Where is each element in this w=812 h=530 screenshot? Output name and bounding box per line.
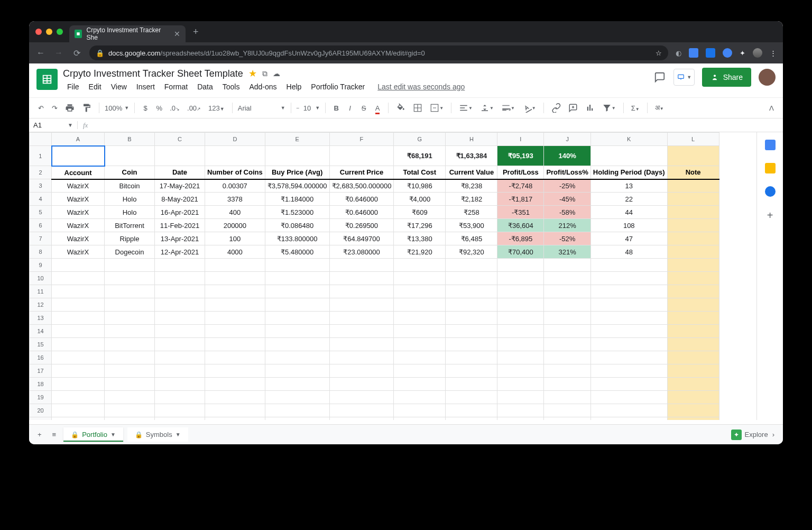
column-header[interactable]: A — [52, 133, 105, 146]
row-header[interactable]: 14 — [30, 325, 52, 338]
cell[interactable]: ₹0.646000 — [329, 193, 394, 206]
cell[interactable]: -₹6,895 — [497, 232, 544, 245]
cell[interactable]: ₹36,604 — [497, 219, 544, 232]
cell[interactable] — [205, 364, 265, 378]
cell[interactable]: 11-Feb-2021 — [155, 219, 205, 232]
cell[interactable] — [590, 378, 667, 391]
cell[interactable] — [105, 146, 155, 166]
currency-button[interactable]: $ — [140, 102, 151, 114]
row-header[interactable]: 12 — [30, 298, 52, 312]
cell[interactable] — [265, 338, 329, 351]
cell[interactable]: Bitcoin — [105, 179, 155, 193]
cell[interactable] — [667, 338, 719, 351]
redo-button[interactable]: ↷ — [49, 102, 60, 114]
cell[interactable] — [105, 285, 155, 298]
cell[interactable]: Dogecoin — [105, 245, 155, 259]
text-wrap-button[interactable]: ▼ — [499, 101, 517, 115]
cell[interactable]: -45% — [544, 193, 590, 206]
menu-help[interactable]: Help — [282, 81, 306, 92]
cell[interactable]: ₹2,182 — [446, 193, 497, 206]
row-header[interactable]: 2 — [30, 166, 52, 179]
cell[interactable] — [667, 206, 719, 219]
decrease-decimal-button[interactable]: .0↘ — [168, 102, 182, 114]
cell[interactable] — [497, 417, 544, 421]
cell[interactable]: 3378 — [205, 193, 265, 206]
row-header[interactable]: 6 — [30, 219, 52, 232]
cell[interactable] — [105, 259, 155, 272]
row-header[interactable]: 15 — [30, 338, 52, 351]
cell[interactable] — [265, 325, 329, 338]
cell[interactable] — [497, 378, 544, 391]
cell[interactable] — [667, 298, 719, 312]
cell[interactable] — [544, 312, 590, 325]
cell[interactable] — [667, 378, 719, 391]
cell[interactable] — [497, 404, 544, 417]
cell[interactable] — [667, 232, 719, 245]
cell[interactable] — [205, 146, 265, 166]
cell[interactable]: ₹3,578,594.000000 — [265, 179, 329, 193]
cell[interactable]: ₹70,400 — [497, 245, 544, 259]
maximize-window-icon[interactable] — [57, 29, 63, 35]
cell[interactable] — [497, 351, 544, 364]
cell[interactable]: ₹258 — [446, 206, 497, 219]
minimize-window-icon[interactable] — [46, 29, 52, 35]
cell[interactable] — [329, 272, 394, 285]
cell[interactable]: ₹95,193 — [497, 146, 544, 166]
cell[interactable] — [205, 417, 265, 421]
cell[interactable]: -₹351 — [497, 206, 544, 219]
cell[interactable] — [52, 272, 105, 285]
cell[interactable] — [667, 259, 719, 272]
move-icon[interactable]: ⧉ — [262, 69, 267, 78]
keep-addon-icon[interactable] — [765, 163, 776, 173]
extension-icon[interactable] — [689, 48, 698, 58]
cell[interactable] — [265, 272, 329, 285]
cell[interactable] — [497, 364, 544, 378]
cell[interactable] — [590, 298, 667, 312]
cell[interactable]: 13 — [590, 179, 667, 193]
column-header[interactable]: E — [265, 133, 329, 146]
cell[interactable] — [155, 391, 205, 404]
cell[interactable] — [590, 146, 667, 166]
name-box[interactable]: A1▼ — [29, 121, 78, 129]
cell[interactable] — [446, 404, 497, 417]
cell[interactable] — [205, 378, 265, 391]
header-cell[interactable]: Total Cost — [394, 166, 446, 179]
cell[interactable] — [52, 351, 105, 364]
menu-portfolio-tracker[interactable]: Portfolio Tracker — [307, 81, 369, 92]
cell[interactable] — [544, 364, 590, 378]
cell[interactable]: ₹92,320 — [446, 245, 497, 259]
cell[interactable] — [155, 351, 205, 364]
cell[interactable] — [667, 219, 719, 232]
row-header[interactable]: 10 — [30, 272, 52, 285]
cell[interactable]: ₹133.800000 — [265, 232, 329, 245]
cell[interactable]: 4000 — [205, 245, 265, 259]
cell[interactable] — [544, 272, 590, 285]
cell[interactable]: WazirX — [52, 179, 105, 193]
cell[interactable]: WazirX — [52, 193, 105, 206]
cell[interactable] — [544, 351, 590, 364]
cell[interactable] — [52, 325, 105, 338]
cell[interactable]: ₹1.523000 — [265, 206, 329, 219]
vertical-align-button[interactable]: ▼ — [478, 101, 496, 115]
cell[interactable] — [394, 285, 446, 298]
cell[interactable] — [205, 298, 265, 312]
fill-color-button[interactable] — [394, 101, 408, 115]
address-bar[interactable]: 🔒 docs.google.com/spreadsheets/d/1uo28wb… — [89, 45, 668, 60]
cell[interactable] — [667, 417, 719, 421]
paint-format-button[interactable] — [80, 101, 94, 115]
header-cell[interactable]: Profit/Loss% — [544, 166, 590, 179]
cell[interactable] — [105, 325, 155, 338]
star-icon[interactable]: ★ — [248, 68, 257, 79]
sheet-tab-symbols[interactable]: 🔒Symbols▼ — [127, 427, 188, 442]
input-tools-button[interactable]: अ▼ — [653, 102, 666, 114]
cell[interactable] — [394, 312, 446, 325]
cell[interactable]: 12-Apr-2021 — [155, 245, 205, 259]
bookmark-star-icon[interactable]: ☆ — [656, 49, 662, 57]
cell[interactable] — [394, 417, 446, 421]
borders-button[interactable] — [411, 101, 425, 115]
cell[interactable]: 13-Apr-2021 — [155, 232, 205, 245]
cell[interactable] — [155, 272, 205, 285]
insert-comment-button[interactable] — [566, 101, 580, 115]
row-header[interactable]: 17 — [30, 364, 52, 378]
cell[interactable] — [329, 146, 394, 166]
